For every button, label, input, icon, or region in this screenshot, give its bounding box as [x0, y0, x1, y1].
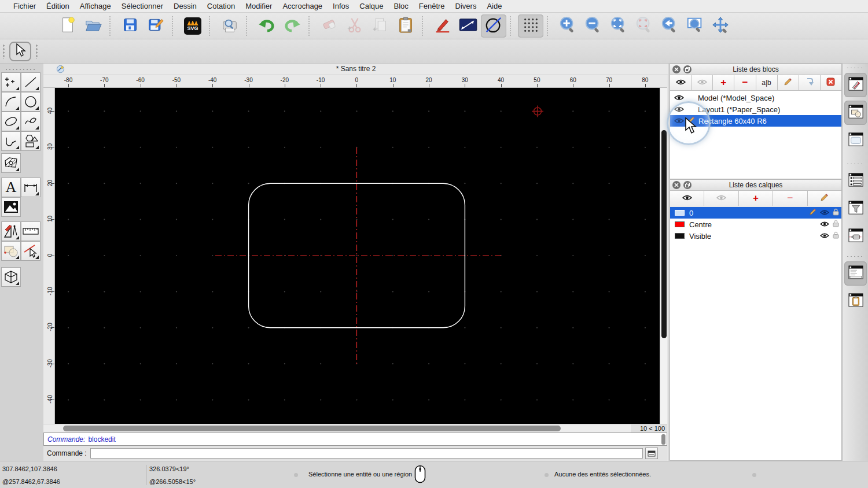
layers-panel-float-icon[interactable] [683, 181, 692, 189]
lock-icon[interactable] [833, 208, 839, 217]
copy-button[interactable] [367, 14, 393, 38]
print-preview-button[interactable] [217, 14, 242, 38]
dock-handle[interactable] [846, 67, 865, 69]
selection-filter-toggle-button[interactable] [844, 197, 867, 221]
save-as-button[interactable] [143, 14, 168, 38]
dimension-tool[interactable] [21, 178, 41, 197]
command-history-scrollbar[interactable] [661, 434, 665, 445]
3d-box-tool[interactable] [1, 267, 21, 287]
block-show-all-button[interactable] [670, 75, 692, 90]
menu-accrochage[interactable]: Accrochage [277, 0, 328, 13]
modify-tool[interactable] [1, 241, 21, 261]
paste-button[interactable] [393, 14, 418, 38]
zoom-out-button[interactable] [580, 14, 606, 38]
block-list-toggle-button[interactable] [844, 73, 867, 97]
pencil-icon[interactable] [809, 208, 816, 217]
block-rename-button[interactable]: a|b [756, 75, 778, 90]
block-remove-button[interactable]: − [734, 75, 756, 90]
layer-remove-button[interactable]: − [773, 191, 807, 206]
zoom-in-button[interactable] [555, 14, 580, 38]
pen-palette-toggle-button[interactable] [844, 224, 867, 249]
layer-show-all-button[interactable] [670, 191, 704, 206]
blocks-panel-header[interactable]: Liste des blocs [670, 64, 841, 75]
zoom-window-button[interactable] [682, 14, 708, 38]
menu-infos[interactable]: Infos [328, 0, 354, 13]
open-file-button[interactable] [80, 14, 106, 38]
menu-edition[interactable]: Édition [41, 0, 75, 13]
dock-handle[interactable] [846, 256, 865, 257]
layer-row-visible[interactable]: Visible [670, 230, 841, 242]
menu-selectionner[interactable]: Sélectionner [116, 0, 168, 13]
command-widget-toggle-button[interactable] [844, 261, 867, 286]
ellipse-tool[interactable] [1, 112, 21, 131]
layer-list-toggle-button[interactable] [844, 101, 867, 125]
layer-color-swatch[interactable] [675, 233, 685, 239]
menu-bloc[interactable]: Bloc [388, 0, 413, 13]
attributes-tool[interactable] [21, 241, 41, 261]
vertical-scrollbar[interactable] [660, 88, 667, 424]
polyline-tool[interactable] [1, 131, 21, 151]
layer-hide-all-button[interactable] [704, 191, 738, 206]
measure-tool[interactable] [1, 221, 21, 241]
arc-tool[interactable] [1, 92, 21, 112]
spline-tool[interactable] [21, 112, 41, 131]
pen-settings-button[interactable] [430, 14, 455, 38]
pan-button[interactable] [708, 14, 733, 38]
drawing-canvas[interactable] [55, 88, 660, 424]
toolbar-handle[interactable] [36, 44, 38, 59]
library-browser-toggle-button[interactable] [844, 169, 867, 193]
selection-pointer-button[interactable] [9, 42, 31, 61]
blocks-panel-float-icon[interactable] [683, 65, 692, 73]
preview-panel-toggle-button[interactable] [844, 128, 867, 153]
layers-panel-close-icon[interactable] [672, 181, 681, 189]
block-row-model[interactable]: Model (*Model_Space) [670, 92, 841, 103]
palette-handle[interactable] [5, 68, 37, 71]
layer-row-centre[interactable]: Centre [670, 219, 841, 230]
layer-row-0[interactable]: 0 [670, 207, 841, 219]
block-hide-all-button[interactable] [692, 75, 713, 90]
grid-toggle-button[interactable] [518, 14, 543, 38]
layer-name[interactable]: Centre [689, 220, 712, 229]
undo-button[interactable] [254, 14, 279, 38]
eye-icon[interactable] [820, 220, 829, 229]
block-row-layout1[interactable]: Layout1 (*Paper_Space) [670, 103, 841, 115]
command-detach-button[interactable] [645, 448, 658, 459]
menu-fenetre[interactable]: Fenêtre [414, 0, 450, 13]
block-edit-button[interactable] [778, 75, 799, 90]
circle-tool[interactable] [21, 92, 41, 112]
draft-mode-button[interactable] [481, 14, 506, 38]
layers-panel-header[interactable]: Liste des calques [670, 180, 841, 191]
eye-icon[interactable] [670, 106, 687, 113]
layer-name[interactable]: Visible [689, 232, 711, 241]
vertical-scrollbar-thumb[interactable] [661, 130, 667, 338]
cut-button[interactable] [342, 14, 367, 38]
points-tool[interactable] [1, 72, 21, 92]
command-input[interactable] [90, 448, 643, 459]
shapes-tool[interactable] [21, 131, 41, 151]
menu-dessin[interactable]: Dessin [168, 0, 202, 13]
text-tool[interactable]: A [1, 178, 21, 197]
document-titlebar[interactable]: * Sans titre 2 [43, 64, 668, 75]
eye-icon[interactable] [820, 232, 829, 241]
clipboard-panel-toggle-button[interactable] [844, 289, 867, 313]
layer-name[interactable]: 0 [689, 209, 693, 217]
menu-divers[interactable]: Divers [450, 0, 482, 13]
horizontal-scrollbar-thumb[interactable] [63, 426, 561, 431]
redo-button[interactable] [279, 14, 305, 38]
block-add-button[interactable]: + [713, 75, 734, 90]
menu-cotation[interactable]: Cotation [202, 0, 240, 13]
horizontal-scrollbar[interactable] [43, 424, 631, 432]
block-label[interactable]: Rectangle 60x40 R6 [698, 117, 767, 125]
layer-edit-button[interactable] [808, 191, 841, 206]
image-tool[interactable] [1, 197, 21, 217]
lock-icon[interactable] [833, 231, 839, 241]
line-tool[interactable] [21, 72, 41, 92]
ruler-tool[interactable] [21, 221, 41, 241]
svg-export-button[interactable]: SVG [180, 14, 205, 38]
eye-icon[interactable] [820, 209, 829, 217]
hatch-tool[interactable] [1, 153, 21, 173]
menu-calque[interactable]: Calque [354, 0, 388, 13]
dock-handle[interactable] [846, 163, 865, 165]
layer-add-button[interactable]: + [739, 191, 773, 206]
block-close-button[interactable] [821, 75, 841, 90]
